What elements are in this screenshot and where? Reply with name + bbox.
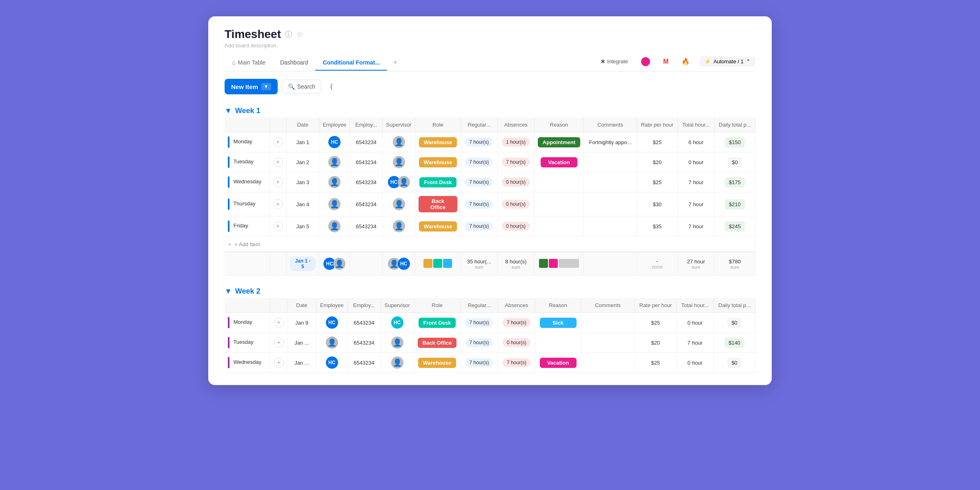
w2-row-indicator-wednesday xyxy=(228,357,229,368)
day-cell-monday: Monday xyxy=(225,132,270,152)
reason-tuesday: Vacation xyxy=(534,152,584,172)
w2-regular-tuesday: 7 hour(s) xyxy=(461,333,498,353)
info-icon[interactable]: ⓘ xyxy=(285,29,292,39)
w2-regular-hours-wednesday: 7 hour(s) xyxy=(465,358,493,367)
employno-friday: 6543234 xyxy=(350,216,383,236)
add-item-plus-icon: + xyxy=(228,241,232,247)
w2-col-header-add xyxy=(270,298,287,313)
w2-supervisor-wednesday: 👤 xyxy=(381,353,414,373)
week1-title: Week 1 xyxy=(235,107,261,115)
regular-hours-tuesday: 7 hour(s) xyxy=(465,158,493,167)
new-item-button[interactable]: New Item ▼ xyxy=(225,79,278,94)
week1-add-item-row[interactable]: + + Add Item xyxy=(225,236,755,252)
avatar-m-btn[interactable]: M xyxy=(660,56,672,67)
table-section: ▼ Week 1 Date Employee Employ... Supervi… xyxy=(208,98,772,373)
w2-avatar-tuesday: 👤 xyxy=(326,336,338,349)
add-row-monday[interactable]: + xyxy=(273,137,283,147)
w2-comment-wednesday xyxy=(581,353,635,373)
w2-rate-tuesday: $20 xyxy=(635,333,677,353)
w2-regular-hours-tuesday: 7 hour(s) xyxy=(465,338,493,347)
automate-chevron: ⌃ xyxy=(746,58,751,65)
board-description[interactable]: Add board description xyxy=(225,42,755,49)
daily-total-badge-wednesday: $175 xyxy=(725,177,745,187)
add-row-friday[interactable]: + xyxy=(273,221,283,231)
w2-day-cell-tuesday: Tuesday xyxy=(225,333,270,353)
w2-daily-total-monday: $0 xyxy=(714,313,755,333)
w2-rate-wednesday: $25 xyxy=(635,353,677,373)
summary-total-value: 27 hour xyxy=(687,258,705,265)
w2-role-monday: Front Desk xyxy=(414,313,460,333)
tab-main-table-label: Main Table xyxy=(238,59,265,66)
w2-absence-hours-wednesday: 7 hour(s) xyxy=(503,358,530,367)
total-hours-tuesday: 0 hour xyxy=(677,152,714,172)
reason-badge-tuesday: Vacation xyxy=(541,157,577,167)
w2-regular-hours-monday: 7 hour(s) xyxy=(465,318,493,327)
w2-comment-tuesday xyxy=(581,333,635,353)
week2-toggle[interactable]: ▼ xyxy=(225,287,232,296)
w2-role-badge-wednesday: Warehouse xyxy=(418,358,457,368)
avatar-tuesday: 👤 xyxy=(328,156,341,168)
daily-total-badge-monday: $150 xyxy=(725,137,745,147)
w2-employno-monday: 6543234 xyxy=(347,313,381,333)
w2-col-header-employno: Employ... xyxy=(347,298,381,313)
add-row-tuesday[interactable]: + xyxy=(273,157,283,167)
w2-add-row-tuesday[interactable]: + xyxy=(274,338,284,347)
day-label-tuesday: Tuesday xyxy=(233,158,253,165)
add-row-wednesday[interactable]: + xyxy=(273,177,283,187)
add-row-thursday[interactable]: + xyxy=(273,199,283,209)
date-monday: Jan 1 xyxy=(286,132,319,152)
new-item-dropdown-arrow[interactable]: ▼ xyxy=(261,83,271,90)
summary-reason xyxy=(534,252,584,276)
tab-main-table[interactable]: ⌂ Main Table xyxy=(225,55,273,71)
col-header-date: Date xyxy=(286,118,319,132)
employee-thursday: 👤 xyxy=(319,192,350,216)
w2-day-label-monday: Monday xyxy=(234,319,252,325)
w2-avatar-wednesday: HC xyxy=(326,356,338,369)
date-range-badge: Jan 1 - 5 xyxy=(290,256,316,271)
rate-tuesday: $20 xyxy=(637,152,677,172)
add-item-label[interactable]: + Add Item xyxy=(234,241,260,247)
week1-toggle[interactable]: ▼ xyxy=(225,107,232,115)
w2-employno-tuesday: 6543234 xyxy=(347,333,381,353)
row-indicator-friday xyxy=(228,220,229,232)
automate-button[interactable]: ⚡ Automate / 1 ⌃ xyxy=(699,56,755,67)
w2-add-row-monday[interactable]: + xyxy=(274,318,284,327)
w2-avatar-monday: HC xyxy=(326,316,338,329)
tab-add-button[interactable]: + xyxy=(387,54,403,71)
role-badge-thursday: Back Office xyxy=(419,196,457,212)
w2-role-badge-monday: Front Desk xyxy=(419,318,456,328)
regular-hours-friday: 7 hour(s) xyxy=(465,222,493,231)
avatar-monday: HC xyxy=(328,136,341,148)
tab-dashboard[interactable]: Dashboard xyxy=(273,55,316,71)
week1-row-monday: Monday + Jan 1 HC 6543234 👤 Warehouse xyxy=(225,132,755,152)
tab-conditional-format[interactable]: Conditional Format... xyxy=(315,55,387,71)
w2-add-col-monday: + xyxy=(270,313,287,333)
search-label: Search xyxy=(297,83,315,90)
w2-daily-total-wednesday: $0 xyxy=(714,353,755,373)
summary-sup-badge: HC xyxy=(398,258,410,270)
absence-hours-friday: 0 hour(s) xyxy=(502,222,530,231)
avatar-s-btn[interactable]: 🔥 xyxy=(678,56,693,67)
add-item-cell[interactable]: + + Add Item xyxy=(225,236,755,252)
avatar-c-btn[interactable] xyxy=(638,56,653,68)
star-icon[interactable]: ☆ xyxy=(296,30,303,39)
search-button[interactable]: 🔍 Search xyxy=(282,80,321,94)
reason-color-strip xyxy=(539,259,579,268)
color-empty xyxy=(559,259,579,268)
integrate-button[interactable]: ✖ Integrate xyxy=(597,57,631,66)
col-header-regular: Regular... xyxy=(461,118,497,132)
summary-absences-label: sum xyxy=(501,265,531,270)
date-friday: Jan 5 xyxy=(286,216,319,236)
w2-reason-wednesday: Vacation xyxy=(535,353,581,373)
role-badge-wednesday: Front Desk xyxy=(419,177,457,187)
week2-header: ▼ Week 2 xyxy=(225,287,755,296)
automate-label: Automate / 1 xyxy=(713,58,744,65)
employee-wednesday: 👤 xyxy=(319,172,350,192)
w2-col-header-comments: Comments xyxy=(581,298,635,313)
filter-button[interactable]: ( xyxy=(325,80,337,94)
w2-add-row-wednesday[interactable]: + xyxy=(274,358,284,368)
employno-monday: 6543234 xyxy=(350,132,383,152)
total-hours-monday: 6 hour xyxy=(677,132,714,152)
toolbar: New Item ▼ 🔍 Search ( xyxy=(208,71,772,98)
title-row: Timesheet ⓘ ☆ xyxy=(225,28,755,41)
